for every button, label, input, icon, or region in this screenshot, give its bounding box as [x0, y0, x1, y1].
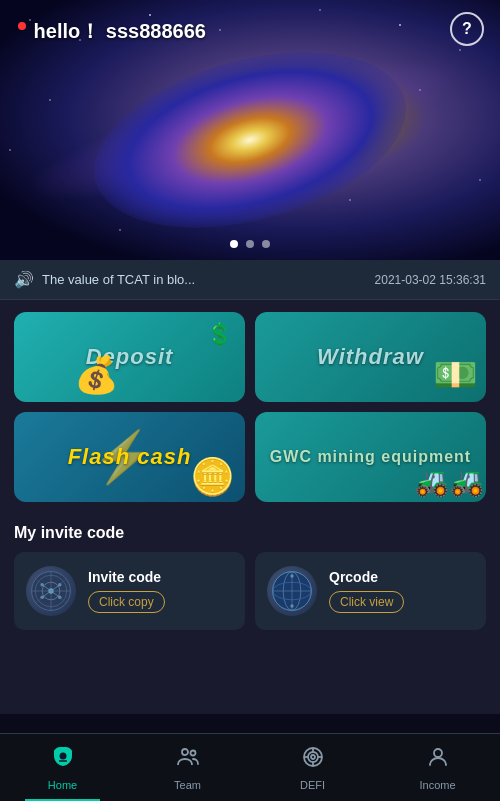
invite-code-card[interactable]: Invite code Click copy	[14, 552, 245, 630]
globe-icon	[270, 569, 314, 613]
gwc-label: GWC mining equipment	[270, 448, 471, 466]
income-icon	[426, 745, 450, 775]
gwc-mining-button[interactable]: GWC mining equipment 🚜🚜	[255, 412, 486, 502]
view-qrcode-button[interactable]: Click view	[329, 591, 404, 613]
nav-team[interactable]: Team	[125, 734, 250, 801]
nav-home[interactable]: Home	[0, 734, 125, 801]
qrcode-info: Qrcode Click view	[329, 569, 404, 613]
ticker-left: 🔊 The value of TCAT in blo...	[14, 270, 195, 289]
svg-point-24	[59, 752, 66, 759]
help-icon: ?	[462, 20, 472, 38]
speaker-icon: 🔊	[14, 270, 34, 289]
help-button[interactable]: ?	[450, 12, 484, 46]
dot-3	[262, 240, 270, 248]
bottom-nav: Home Team DEFI	[0, 733, 500, 801]
flash-cash-button[interactable]: ⚡ Flash cash 🪙	[14, 412, 245, 502]
defi-icon	[301, 745, 325, 775]
withdraw-icon: 💵	[433, 354, 478, 396]
income-label: Income	[419, 779, 455, 791]
qrcode-avatar	[267, 566, 317, 616]
deposit-icon: 💰	[74, 354, 119, 396]
svg-point-34	[434, 749, 442, 757]
invite-cards: Invite code Click copy	[14, 552, 486, 630]
username-label: hello！ sss888666	[34, 20, 206, 42]
ticker-bar: 🔊 The value of TCAT in blo... 2021-03-02…	[0, 260, 500, 300]
action-grid: Deposit 💰 💲 Withdraw 💵 ⚡ Flash cash 🪙 GW…	[0, 300, 500, 514]
withdraw-button[interactable]: Withdraw 💵	[255, 312, 486, 402]
svg-point-23	[290, 604, 294, 608]
svg-point-26	[190, 750, 195, 755]
team-icon	[176, 745, 200, 775]
ticker-datetime: 2021-03-02 15:36:31	[375, 273, 486, 287]
dollar-icon: 💲	[206, 322, 233, 348]
red-dot	[18, 22, 26, 30]
invite-code-label: Invite code	[88, 569, 165, 585]
invite-section: My invite code	[0, 514, 500, 644]
nav-defi[interactable]: DEFI	[250, 734, 375, 801]
dot-1	[230, 240, 238, 248]
deposit-button[interactable]: Deposit 💰 💲	[14, 312, 245, 402]
svg-point-29	[311, 755, 315, 759]
dot-2	[246, 240, 254, 248]
hero-banner: hello！ sss888666 ?	[0, 0, 500, 260]
home-label: Home	[48, 779, 77, 791]
flash-label: Flash cash	[68, 444, 192, 470]
main-content: 🔊 The value of TCAT in blo... 2021-03-02…	[0, 260, 500, 714]
defi-label: DEFI	[300, 779, 325, 791]
flash-coin-icon: 🪙	[190, 456, 235, 498]
qrcode-card[interactable]: Qrcode Click view	[255, 552, 486, 630]
network-icon	[29, 569, 73, 613]
svg-point-25	[182, 749, 188, 755]
invite-code-info: Invite code Click copy	[88, 569, 165, 613]
invite-code-avatar	[26, 566, 76, 616]
copy-invite-code-button[interactable]: Click copy	[88, 591, 165, 613]
qrcode-label: Qrcode	[329, 569, 404, 585]
withdraw-label: Withdraw	[317, 344, 424, 370]
greeting-text: hello！ sss888666	[18, 18, 206, 45]
gwc-icon: 🚜🚜	[414, 465, 484, 498]
home-icon	[51, 745, 75, 775]
ticker-message: The value of TCAT in blo...	[42, 272, 195, 287]
nav-income[interactable]: Income	[375, 734, 500, 801]
invite-section-title: My invite code	[14, 524, 486, 542]
team-label: Team	[174, 779, 201, 791]
carousel-dots	[230, 240, 270, 248]
svg-point-22	[290, 574, 294, 578]
svg-point-28	[308, 752, 318, 762]
